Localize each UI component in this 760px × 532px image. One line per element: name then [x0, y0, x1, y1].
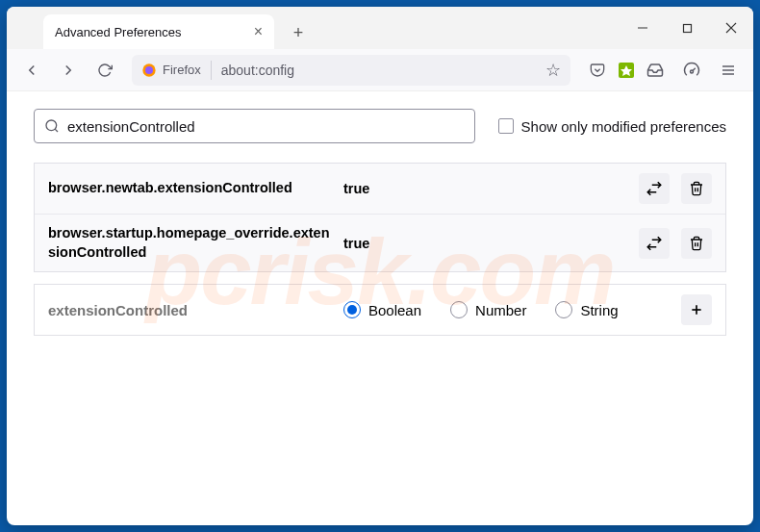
close-window-button[interactable]: [709, 7, 753, 49]
toggle-button[interactable]: [639, 173, 670, 204]
tab-advanced-preferences[interactable]: Advanced Preferences ×: [43, 14, 274, 49]
pref-list: browser.newtab.extensionControlled true …: [34, 163, 726, 272]
close-tab-icon[interactable]: ×: [254, 23, 263, 40]
trash-icon: [689, 236, 704, 251]
plus-icon: [689, 302, 704, 317]
swap-icon: [646, 180, 663, 197]
type-radio-group: Boolean Number String: [343, 301, 670, 318]
window-controls: [621, 7, 753, 49]
bookmark-star-icon[interactable]: ☆: [545, 60, 561, 81]
svg-point-8: [691, 70, 694, 73]
radio-boolean[interactable]: Boolean: [343, 301, 421, 318]
menu-button[interactable]: [713, 55, 744, 86]
add-button[interactable]: [681, 294, 712, 325]
svg-point-5: [145, 66, 153, 74]
new-pref-row: extensionControlled Boolean Number Strin…: [35, 285, 725, 335]
svg-point-12: [46, 120, 57, 131]
nav-toolbar: Firefox about:config ☆: [7, 49, 753, 91]
radio-label: String: [580, 302, 618, 318]
svg-rect-1: [683, 24, 691, 32]
extension-button[interactable]: [619, 63, 634, 78]
radio-label: Boolean: [368, 302, 421, 318]
pref-value: true: [343, 236, 627, 251]
radio-number[interactable]: Number: [450, 301, 526, 318]
radio-input[interactable]: [450, 301, 468, 318]
browser-window: Advanced Preferences × +: [7, 7, 753, 525]
page-content: Show only modified preferences browser.n…: [7, 91, 753, 353]
radio-input[interactable]: [555, 301, 572, 318]
new-tab-button[interactable]: +: [284, 16, 313, 49]
trash-icon: [689, 181, 704, 196]
pref-name: browser.newtab.extensionControlled: [48, 179, 332, 198]
minimize-button[interactable]: [621, 7, 665, 49]
pref-value: true: [343, 181, 627, 196]
search-box[interactable]: [34, 109, 475, 143]
pocket-button[interactable]: [582, 55, 613, 86]
identity-label: Firefox: [163, 63, 201, 77]
radio-input[interactable]: [343, 301, 361, 318]
search-input[interactable]: [67, 118, 465, 135]
search-icon: [44, 118, 60, 134]
radio-label: Number: [475, 302, 526, 318]
maximize-button[interactable]: [665, 7, 709, 49]
radio-string[interactable]: String: [555, 301, 618, 318]
back-button[interactable]: [16, 55, 47, 86]
dashboard-button[interactable]: [676, 55, 707, 86]
url-text: about:config: [221, 63, 294, 78]
new-pref-name: extensionControlled: [48, 302, 332, 318]
urlbar-separator: [211, 61, 212, 80]
tab-title: Advanced Preferences: [55, 25, 182, 39]
identity-box[interactable]: Firefox: [141, 63, 201, 78]
svg-line-13: [55, 129, 58, 132]
show-modified-label[interactable]: Show only modified preferences: [498, 118, 726, 135]
new-pref-row-container: extensionControlled Boolean Number Strin…: [34, 284, 726, 336]
toggle-button[interactable]: [639, 228, 670, 259]
reload-button[interactable]: [89, 55, 120, 86]
delete-button[interactable]: [681, 228, 712, 259]
titlebar: Advanced Preferences × +: [7, 7, 753, 49]
checkbox-text: Show only modified preferences: [521, 118, 726, 135]
show-modified-checkbox[interactable]: [498, 118, 514, 134]
search-row: Show only modified preferences: [34, 109, 726, 143]
pref-name: browser.startup.homepage_override.extens…: [48, 224, 332, 262]
firefox-icon: [141, 63, 157, 78]
forward-button[interactable]: [53, 55, 84, 86]
pref-row: browser.startup.homepage_override.extens…: [35, 214, 725, 271]
inbox-button[interactable]: [640, 55, 671, 86]
pref-row: browser.newtab.extensionControlled true: [35, 164, 725, 214]
delete-button[interactable]: [681, 173, 712, 204]
url-bar[interactable]: Firefox about:config ☆: [132, 55, 570, 86]
swap-icon: [646, 235, 663, 252]
